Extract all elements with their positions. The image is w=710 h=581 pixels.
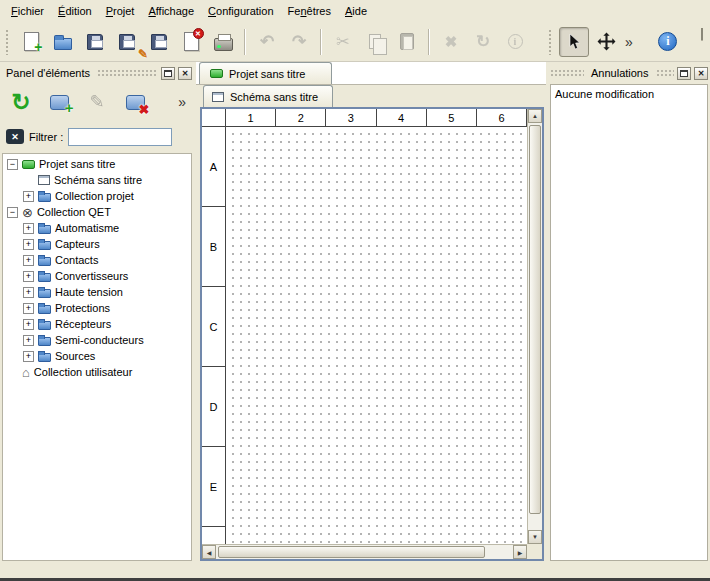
menu-affichage[interactable]: Affichage [141, 2, 201, 20]
tree-item-haute-tension[interactable]: + Haute tension [3, 284, 191, 300]
undo-button[interactable]: ↶ [252, 27, 282, 57]
close-dock-button[interactable]: ✕ [694, 67, 708, 80]
open-project-button[interactable] [48, 27, 78, 57]
move-tool-button[interactable] [591, 27, 621, 57]
new-project-button[interactable]: + [16, 27, 46, 57]
toolbar-grip[interactable] [5, 29, 10, 55]
folder-icon [38, 225, 51, 234]
save-all-button[interactable] [144, 27, 174, 57]
tree-item-recepteurs[interactable]: + Récepteurs [3, 316, 191, 332]
tab-projet-sans-titre[interactable]: Projet sans titre [199, 62, 332, 84]
cut-button[interactable]: ✂ [328, 27, 358, 57]
save-button[interactable] [80, 27, 110, 57]
folder-icon [38, 353, 51, 362]
folder-icon [38, 305, 51, 314]
expand-icon[interactable]: + [23, 191, 34, 202]
select-tool-button[interactable] [559, 27, 589, 57]
collapse-icon[interactable]: − [7, 207, 18, 218]
menu-fenetres[interactable]: Fenêtres [281, 2, 338, 20]
tree-item-contacts[interactable]: + Contacts [3, 252, 191, 268]
menu-edition[interactable]: Édition [51, 2, 99, 20]
expand-icon[interactable]: + [23, 303, 34, 314]
element-icon: + [50, 95, 69, 110]
menu-configuration[interactable]: Configuration [201, 2, 280, 20]
dock-grip[interactable] [550, 69, 584, 77]
new-document-icon: + [24, 32, 39, 51]
delete-button[interactable]: ✖ [436, 27, 466, 57]
dock-grip[interactable] [97, 69, 158, 77]
elements-panel-titlebar[interactable]: Panel d'éléments ✕ [2, 65, 192, 81]
undo-history-list[interactable]: Aucune modification [550, 84, 708, 561]
tree-item-collection-utilisateur[interactable]: ⌂ Collection utilisateur [3, 364, 191, 380]
expand-icon[interactable]: + [23, 255, 34, 266]
float-dock-button[interactable] [677, 67, 691, 80]
panel-toolbar-overflow-button[interactable]: » [178, 94, 190, 110]
filter-input[interactable] [68, 128, 172, 146]
tree-item-sources[interactable]: + Sources [3, 348, 191, 364]
float-dock-button[interactable] [161, 67, 175, 80]
tree-item-protections[interactable]: + Protections [3, 300, 191, 316]
mdi-area: Projet sans titre Schéma sans titre 1 2 … [196, 62, 546, 575]
redo-button[interactable]: ↷ [284, 27, 314, 57]
tree-item-automatisme[interactable]: + Automatisme [3, 220, 191, 236]
menu-label: rojet [113, 5, 134, 17]
tree-item-semi-conducteurs[interactable]: + Semi-conducteurs [3, 332, 191, 348]
toolbar-grip[interactable] [548, 29, 553, 55]
menu-projet[interactable]: Projet [99, 2, 142, 20]
folder-icon [38, 257, 51, 266]
folder-icon [38, 193, 51, 202]
filter-row: ✕ Filtrer : [0, 123, 194, 150]
menu-fichier[interactable]: Fichier [4, 2, 51, 20]
save-as-button[interactable]: ✎ [112, 27, 142, 57]
edit-element-button[interactable]: ✎ [80, 85, 114, 119]
scroll-down-button[interactable]: ▼ [528, 530, 542, 544]
tree-item-collection-qet[interactable]: − ⊗ Collection QET [3, 204, 191, 220]
print-button[interactable] [208, 27, 238, 57]
menu-label: êtres [307, 5, 331, 17]
delete-element-button[interactable]: ✖ [118, 85, 152, 119]
tree-item-schema-sans-titre[interactable]: Schéma sans titre [3, 172, 191, 188]
tree-item-projet-sans-titre[interactable]: − Projet sans titre [3, 156, 191, 172]
reload-collections-button[interactable]: ↻ [4, 85, 38, 119]
expand-icon[interactable]: + [23, 335, 34, 346]
undo-dock-titlebar[interactable]: Annulations ✕ [550, 65, 708, 81]
elements-panel-toolbar: ↻ + ✎ ✖ » [0, 81, 194, 123]
tree-item-capteurs[interactable]: + Capteurs [3, 236, 191, 252]
menu-aide[interactable]: Aide [338, 2, 374, 20]
horizontal-scrollbar[interactable]: ◀ ▶ [202, 544, 527, 559]
horizontal-scroll-thumb[interactable] [218, 546, 485, 558]
vertical-scroll-thumb[interactable] [529, 125, 541, 514]
expand-icon[interactable]: + [23, 271, 34, 282]
paste-button[interactable] [392, 27, 422, 57]
application-window: Fichier Édition Projet Affichage Configu… [0, 0, 710, 581]
expand-icon[interactable]: + [23, 239, 34, 250]
project-tab-label: Projet sans titre [229, 68, 305, 80]
collapse-icon[interactable]: − [7, 159, 18, 170]
close-badge-icon: ✕ [193, 28, 204, 39]
vertical-scrollbar[interactable]: ▲ ▼ [527, 109, 542, 544]
scroll-up-button[interactable]: ▲ [528, 109, 542, 123]
clear-filter-icon[interactable]: ✕ [6, 129, 24, 144]
expand-icon[interactable]: + [23, 351, 34, 362]
dock-grip[interactable] [656, 69, 675, 77]
new-element-button[interactable]: + [42, 85, 76, 119]
expand-icon[interactable]: + [23, 287, 34, 298]
about-button[interactable]: i [653, 27, 683, 57]
tab-schema-sans-titre[interactable]: Schéma sans titre [203, 85, 333, 107]
rotate-button[interactable]: ↻ [468, 27, 498, 57]
copy-button[interactable] [360, 27, 390, 57]
element-info-button[interactable]: i [500, 27, 530, 57]
close-file-button[interactable]: ✕ [176, 27, 206, 57]
undo-dock-title: Annulations [587, 67, 653, 79]
diagram-canvas[interactable] [226, 127, 527, 544]
scroll-left-button[interactable]: ◀ [202, 545, 216, 559]
close-dock-button[interactable]: ✕ [178, 67, 192, 80]
tree-item-convertisseurs[interactable]: + Convertisseurs [3, 268, 191, 284]
clipped-toolbar-button[interactable] [701, 28, 710, 56]
expand-icon[interactable]: + [23, 223, 34, 234]
tree-item-collection-projet[interactable]: + Collection projet [3, 188, 191, 204]
toolbar-overflow-button[interactable]: » [622, 34, 636, 50]
scroll-right-button[interactable]: ▶ [513, 545, 527, 559]
expand-icon[interactable]: + [23, 319, 34, 330]
column-header: 3 [326, 109, 376, 126]
